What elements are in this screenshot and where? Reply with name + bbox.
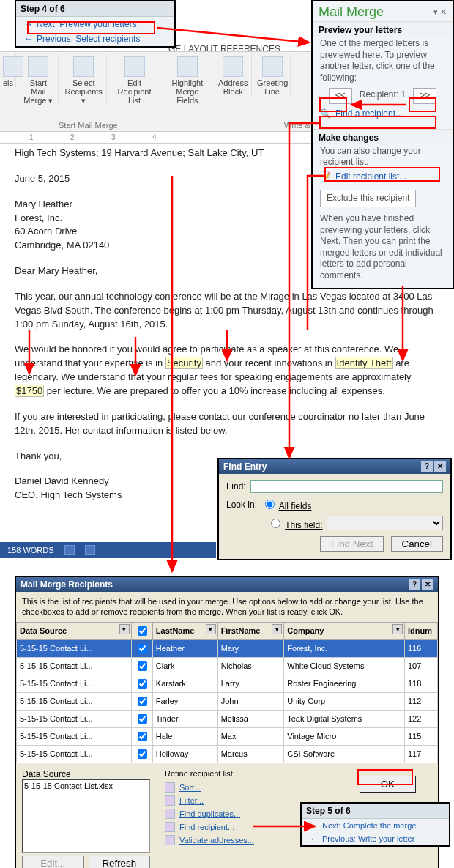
- refresh-button[interactable]: Refresh: [89, 856, 151, 868]
- find-next-button[interactable]: Find Next: [320, 536, 384, 552]
- lookin-label: Look in:: [226, 500, 257, 510]
- help-icon[interactable]: ?: [421, 461, 433, 472]
- row-checkbox[interactable]: [138, 644, 147, 653]
- edit-icon: 📝: [320, 171, 331, 183]
- close-icon[interactable]: ✕: [422, 579, 433, 590]
- help-icon[interactable]: ?: [409, 579, 420, 590]
- arrow-right-icon: →: [23, 19, 34, 29]
- ribbon-group-write: Write &: [284, 121, 310, 130]
- word-count[interactable]: 158 WORDS: [7, 546, 54, 554]
- col-idnum[interactable]: Idnum: [405, 622, 438, 639]
- col-company[interactable]: Company▾: [284, 622, 405, 639]
- find-entry-dialog: Find Entry ?✕ Find: Look in: All fields …: [217, 458, 452, 560]
- ribbon-highlight-merge-fields[interactable]: HighlightMerge Fields: [163, 54, 212, 105]
- table-row[interactable]: 5-15-15 Contact Li...FarleyJohnUnity Cor…: [17, 692, 438, 710]
- recipients-table: Data Source▾ LastName▾ FirstName▾ Compan…: [16, 622, 438, 763]
- row-checkbox[interactable]: [138, 749, 147, 759]
- table-row[interactable]: 5-15-15 Contact Li...HollowayMarcusCSI S…: [17, 745, 438, 763]
- ribbon-start-mail-merge[interactable]: Start MailMerge ▾: [18, 54, 59, 105]
- data-source-list[interactable]: 5-15-15 Contact List.xlsx: [22, 779, 150, 853]
- find-recipient-link[interactable]: 🔍Find a recipient...: [320, 108, 445, 120]
- proofing-icon[interactable]: [64, 545, 75, 555]
- row-checkbox[interactable]: [138, 679, 147, 689]
- table-row[interactable]: 5-15-15 Contact Li...HaleMaxVintage Micr…: [17, 727, 438, 745]
- col-firstname[interactable]: FirstName▾: [217, 622, 284, 639]
- next-recipient-button[interactable]: >>: [413, 88, 436, 104]
- recipients-titlebar: Mail Merge Recipients ?✕: [16, 577, 438, 592]
- step4-next-link[interactable]: →Next: Preview your letters: [16, 17, 174, 31]
- recipient-nav: << Recipient: 1 >>: [320, 88, 445, 104]
- ribbon-item-labels[interactable]: els: [0, 54, 16, 87]
- svg-line-0: [157, 28, 309, 42]
- step5-callout: Step 5 of 6 →Next: Complete the merge ←P…: [300, 802, 450, 847]
- row-checkbox[interactable]: [138, 697, 147, 706]
- arrow-left-icon: ←: [23, 34, 34, 44]
- find-entry-titlebar: Find Entry ?✕: [219, 459, 450, 474]
- ruler: 1234: [0, 133, 311, 144]
- paragraph-2: We would be honored if you would agree t…: [15, 343, 439, 398]
- merge-field-security: Security: [165, 357, 203, 369]
- data-source-label: Data Source: [22, 769, 150, 779]
- table-row[interactable]: 5-15-15 Contact Li...TinderMelissaTeak D…: [17, 710, 438, 727]
- cancel-button[interactable]: Cancel: [391, 536, 444, 552]
- row-checkbox[interactable]: [138, 661, 147, 671]
- step4-title: Step 4 of 6: [16, 1, 174, 17]
- mail-merge-pane: Mail Merge ▾ ✕ Preview your letters One …: [311, 0, 454, 289]
- find-icon: [165, 822, 175, 832]
- step4-callout: Step 4 of 6 →Next: Preview your letters …: [15, 0, 176, 48]
- field-select[interactable]: [327, 516, 443, 530]
- refine-list-section: Refine recipient list Sort... Filter... …: [165, 769, 254, 848]
- edit-datasource-button[interactable]: Edit...: [22, 856, 84, 868]
- row-checkbox[interactable]: [138, 714, 147, 724]
- duplicates-icon: [165, 809, 175, 819]
- table-header-row: Data Source▾ LastName▾ FirstName▾ Compan…: [17, 622, 438, 639]
- address-icon: [223, 56, 243, 77]
- find-label: Find:: [226, 481, 246, 492]
- pane-title: Mail Merge: [319, 4, 384, 20]
- ribbon-edit-recipient-list[interactable]: EditRecipient List: [109, 54, 160, 105]
- ok-button[interactable]: OK: [360, 776, 416, 793]
- edit-recipient-list-link[interactable]: 📝Edit recipient list...: [320, 171, 445, 183]
- search-icon: 🔍: [320, 108, 331, 120]
- table-row[interactable]: 5-15-15 Contact Li...KarstarkLarryRoster…: [17, 675, 438, 692]
- find-input[interactable]: [250, 480, 443, 493]
- pane-menu-icon[interactable]: ▾: [433, 7, 438, 16]
- pane-close-icon[interactable]: ✕: [440, 7, 447, 16]
- exclude-recipient-button[interactable]: Exclude this recipient: [320, 190, 416, 207]
- validate-icon: [165, 835, 175, 845]
- col-check[interactable]: [131, 622, 152, 639]
- merge-field-identity-theft: Identity Theft: [335, 357, 393, 369]
- prev-recipient-button[interactable]: <<: [329, 88, 352, 104]
- step4-prev-link[interactable]: ←Previous: Select recipients: [16, 31, 174, 46]
- make-changes-body: You can also change your recipient list:…: [313, 144, 453, 288]
- select-recipients-icon: [73, 56, 94, 77]
- filter-icon: [165, 795, 175, 806]
- this-field-radio[interactable]: This field:: [267, 516, 322, 530]
- filter-link[interactable]: Filter...: [165, 795, 254, 806]
- sort-link[interactable]: Sort...: [165, 782, 254, 793]
- find-recipient-link[interactable]: Find recipient...: [165, 822, 254, 832]
- ribbon-address-block[interactable]: AddressBlock: [215, 54, 252, 96]
- step5-prev-link[interactable]: ←Previous: Write your letter: [302, 832, 449, 845]
- col-data-source[interactable]: Data Source▾: [17, 622, 132, 639]
- table-row[interactable]: 5-15-15 Contact Li...HeatherMaryForest, …: [17, 639, 438, 657]
- table-row[interactable]: 5-15-15 Contact Li...ClarkNicholasWhite …: [17, 657, 438, 675]
- row-checkbox[interactable]: [138, 732, 147, 741]
- ribbon-greeting-line[interactable]: GreetingLine: [254, 54, 291, 96]
- find-duplicates-link[interactable]: Find duplicates...: [165, 809, 254, 819]
- arrow-left-icon: ←: [309, 834, 319, 843]
- highlight-icon: [177, 56, 198, 77]
- ribbon-select-recipients[interactable]: SelectRecipients ▾: [62, 54, 107, 105]
- status-bar: 158 WORDS: [0, 542, 216, 558]
- step5-next-link[interactable]: →Next: Complete the merge: [302, 819, 449, 832]
- step5-title: Step 5 of 6: [302, 804, 449, 819]
- edit-list-icon: [124, 56, 145, 77]
- macro-icon[interactable]: [85, 545, 95, 555]
- recipient-indicator: Recipient: 1: [355, 88, 410, 104]
- col-lastname[interactable]: LastName▾: [152, 622, 217, 639]
- preview-section-title: Preview your letters: [313, 21, 453, 37]
- validate-addresses-link[interactable]: Validate addresses...: [165, 835, 254, 845]
- close-icon[interactable]: ✕: [434, 461, 446, 472]
- all-fields-radio[interactable]: All fields: [261, 497, 311, 511]
- preview-section-body: One of the merged letters is previewed h…: [313, 37, 453, 129]
